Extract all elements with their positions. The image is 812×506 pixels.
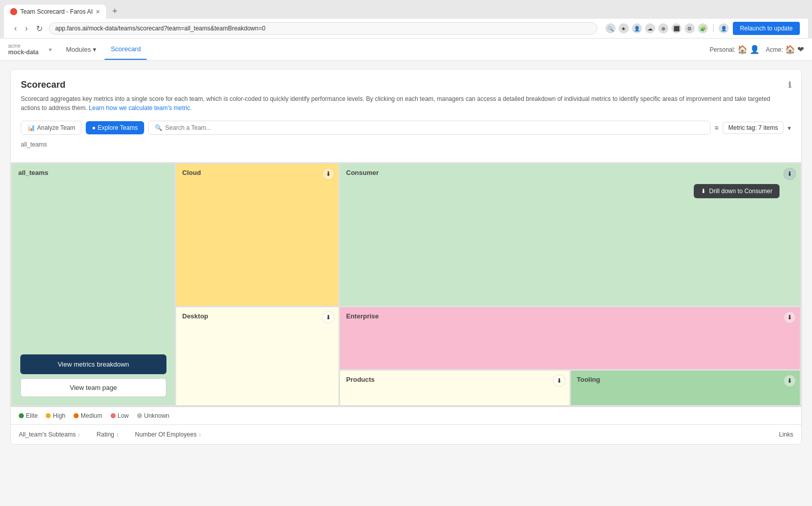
new-tab-button[interactable]: + bbox=[108, 4, 122, 19]
tab-close-button[interactable]: × bbox=[96, 8, 100, 16]
sort-subteams-icon: ↕ bbox=[78, 432, 80, 438]
user-avatar[interactable]: 👤 bbox=[719, 23, 729, 33]
legend-unknown: Unknown bbox=[137, 412, 170, 419]
cloud-label: Cloud bbox=[176, 164, 339, 182]
extension-icon2[interactable]: ⚙ bbox=[685, 23, 695, 33]
metric-tag[interactable]: Metric tag: 7 items bbox=[723, 122, 784, 134]
tab-title: Team Scorecard - Faros AI bbox=[20, 8, 93, 15]
table-header: All_team's Subteams ↕ Rating ↕ Number Of… bbox=[11, 424, 801, 444]
elite-dot bbox=[19, 413, 24, 418]
scorecard-title-text: Scorecard bbox=[21, 80, 65, 90]
treemap: all_teams View metrics breakdown View te… bbox=[11, 162, 801, 407]
address-input[interactable] bbox=[49, 22, 597, 34]
toolbar-icons: 🔍 ★ 👤 ☁ ⊕ ⬛ ⚙ 🧩 👤 bbox=[605, 23, 729, 33]
cloud-drill-button[interactable]: ⬇ bbox=[322, 168, 334, 180]
col-employees[interactable]: Number Of Employees ↕ bbox=[135, 431, 201, 438]
reload-button[interactable]: ↻ bbox=[34, 23, 45, 34]
active-tab[interactable]: Team Scorecard - Faros AI × bbox=[4, 5, 106, 19]
col-links: Links bbox=[779, 431, 793, 438]
scorecard-container: Scorecard ℹ Scorecard aggregates key met… bbox=[10, 69, 802, 445]
chevron-down-icon[interactable]: ▾ bbox=[788, 124, 791, 132]
analyze-team-button[interactable]: 📊 Analyze Team bbox=[21, 121, 82, 135]
explore-icon: ● bbox=[92, 124, 95, 131]
treemap-cell-cloud[interactable]: Cloud ⬇ bbox=[176, 164, 339, 306]
bookmark-icon[interactable]: ★ bbox=[619, 23, 629, 33]
sort-employees-icon: ↕ bbox=[198, 432, 201, 438]
treemap-cell-consumer[interactable]: Consumer ⬇ ⬇ Drill down to Consumer bbox=[340, 164, 800, 306]
consumer-drill-button[interactable]: ⬇ bbox=[784, 168, 796, 180]
info-icon[interactable]: ℹ bbox=[788, 80, 791, 90]
filter-icon: ≡ bbox=[715, 124, 719, 132]
treemap-cell-enterprise[interactable]: Enterprise ⬇ bbox=[340, 307, 800, 369]
nav-links: Modules ▾ Scorecard bbox=[60, 39, 709, 60]
relaunch-button[interactable]: Relaunch to update bbox=[733, 22, 800, 35]
treemap-cell-all-teams[interactable]: all_teams View metrics breakdown View te… bbox=[12, 164, 175, 405]
workspace-name: mock-data bbox=[8, 49, 39, 56]
treemap-cell-desktop[interactable]: Desktop ⬇ bbox=[176, 307, 339, 405]
learn-link[interactable]: Learn how we calculate team's metric. bbox=[89, 104, 192, 112]
enterprise-drill-button[interactable]: ⬇ bbox=[784, 311, 796, 323]
forward-button[interactable]: › bbox=[23, 23, 29, 34]
legend-medium: Medium bbox=[74, 412, 103, 419]
scorecard-nav-link[interactable]: Scorecard bbox=[105, 39, 147, 60]
all-teams-actions: View metrics breakdown View team page bbox=[12, 346, 175, 405]
tooling-drill-button[interactable]: ⬇ bbox=[784, 375, 796, 387]
desktop-drill-button[interactable]: ⬇ bbox=[322, 311, 334, 323]
col-rating[interactable]: Rating ↕ bbox=[96, 431, 119, 438]
scorecard-body: Scorecard ℹ Scorecard aggregates key met… bbox=[11, 69, 801, 162]
scorecard-description: Scorecard aggregates key metrics into a … bbox=[21, 94, 791, 113]
legend-low: Low bbox=[111, 412, 129, 419]
col-subteams[interactable]: All_team's Subteams ↕ bbox=[19, 431, 80, 438]
search-icon: 🔍 bbox=[155, 124, 162, 131]
high-dot bbox=[46, 413, 51, 418]
workspace-org: acme bbox=[8, 43, 39, 49]
unknown-dot bbox=[137, 413, 142, 418]
cloud-icon[interactable]: ☁ bbox=[645, 23, 655, 33]
address-bar: ‹ › ↻ 🔍 ★ 👤 ☁ ⊕ ⬛ ⚙ 🧩 👤 Relaunch to upda… bbox=[4, 19, 808, 39]
medium-dot bbox=[74, 413, 79, 418]
legend: Elite High Medium Low Unknown bbox=[11, 407, 801, 424]
personal-selector[interactable]: Personal: 🏠 👤 bbox=[709, 45, 760, 54]
legend-elite: Elite bbox=[19, 412, 38, 419]
search-icon[interactable]: 🔍 bbox=[605, 23, 616, 33]
extension-icon[interactable]: ⬛ bbox=[671, 23, 682, 33]
products-drill-button[interactable]: ⬇ bbox=[553, 375, 565, 387]
acme-selector[interactable]: Acme: 🏠 ❤ bbox=[766, 45, 804, 54]
low-dot bbox=[111, 413, 116, 418]
profile-icon[interactable]: 👤 bbox=[632, 23, 642, 33]
app-navigation: acme mock-data ▾ Modules ▾ Scorecard Per… bbox=[0, 39, 812, 61]
sort-rating-icon: ↕ bbox=[116, 432, 119, 438]
desktop-label: Desktop bbox=[176, 307, 339, 325]
drill-down-tooltip: ⬇ Drill down to Consumer bbox=[694, 184, 780, 198]
modules-nav-link[interactable]: Modules ▾ bbox=[60, 40, 103, 59]
tab-bar: Team Scorecard - Faros AI × + bbox=[4, 4, 808, 19]
tooling-label: Tooling bbox=[571, 371, 800, 388]
treemap-cell-products[interactable]: Products ⬇ bbox=[340, 371, 569, 405]
products-label: Products bbox=[340, 371, 569, 388]
right-column: Enterprise ⬇ Products ⬇ Tooling ⬇ bbox=[340, 307, 800, 405]
team-search-input[interactable] bbox=[165, 124, 704, 131]
breadcrumb: all_teams bbox=[21, 141, 791, 148]
treemap-cell-tooling[interactable]: Tooling ⬇ bbox=[571, 371, 800, 405]
back-button[interactable]: ‹ bbox=[12, 23, 19, 34]
main-content: Scorecard ℹ Scorecard aggregates key met… bbox=[0, 61, 812, 506]
enterprise-label: Enterprise bbox=[340, 307, 800, 325]
bottom-row: Products ⬇ Tooling ⬇ bbox=[340, 371, 800, 405]
view-team-page-button[interactable]: View team page bbox=[20, 378, 166, 397]
tab-favicon bbox=[10, 8, 17, 15]
workspace-selector[interactable]: acme mock-data bbox=[8, 43, 39, 56]
nav-right: Personal: 🏠 👤 Acme: 🏠 ❤ bbox=[709, 45, 804, 54]
filter-area: ≡ Metric tag: 7 items ▾ bbox=[715, 122, 791, 134]
scorecard-title-row: Scorecard ℹ bbox=[21, 80, 791, 90]
browser-chrome: Team Scorecard - Faros AI × + ‹ › ↻ 🔍 ★ … bbox=[0, 0, 812, 39]
view-metrics-button[interactable]: View metrics breakdown bbox=[20, 354, 166, 374]
search-box: 🔍 bbox=[148, 121, 710, 135]
controls-bar: 📊 Analyze Team ● Explore Teams 🔍 ≡ Metri… bbox=[21, 121, 791, 135]
drill-icon: ⬇ bbox=[701, 188, 706, 195]
consumer-label: Consumer bbox=[340, 164, 800, 182]
extension-icon3[interactable]: 🧩 bbox=[698, 23, 708, 33]
explore-teams-button[interactable]: ● Explore Teams bbox=[86, 121, 144, 134]
share-icon[interactable]: ⊕ bbox=[658, 23, 668, 33]
analyze-icon: 📊 bbox=[27, 124, 35, 131]
all-teams-label: all_teams bbox=[12, 164, 175, 182]
